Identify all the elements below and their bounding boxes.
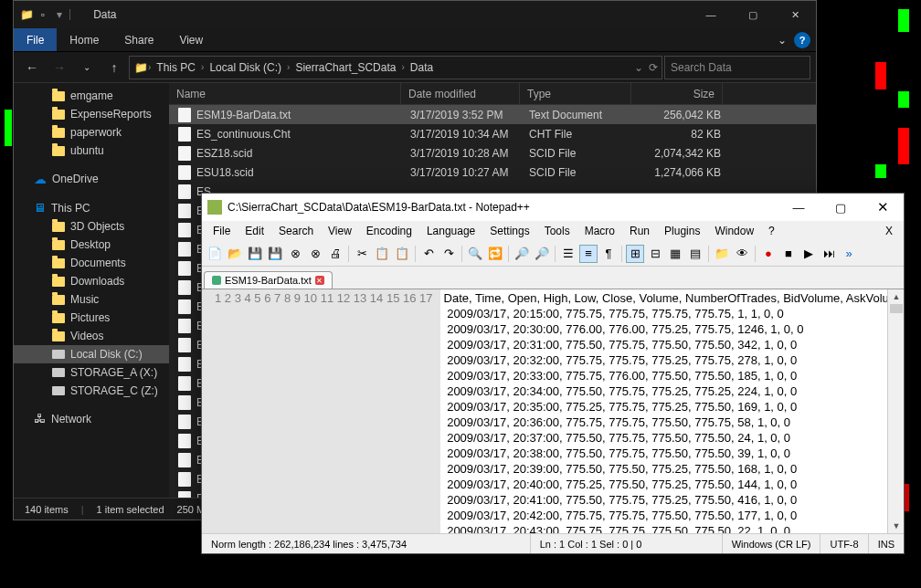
scroll-down-arrow[interactable]: ▼ <box>888 519 904 533</box>
breadcrumb[interactable]: This PC <box>151 61 201 74</box>
ribbon-home[interactable]: Home <box>57 34 111 47</box>
tree-network[interactable]: 🖧Network <box>14 409 169 428</box>
maximize-button[interactable]: ▢ <box>820 194 862 221</box>
zoom-out-icon[interactable]: 🔎 <box>533 245 551 263</box>
ribbon-file[interactable]: File <box>14 28 57 51</box>
tree-item[interactable]: 3D Objects <box>14 217 169 236</box>
tree-item[interactable]: ExpenseReports <box>14 105 169 123</box>
npp-menu-close-x[interactable]: X <box>878 223 900 239</box>
tree-item[interactable]: STORAGE_C (Z:) <box>14 382 169 400</box>
tree-item[interactable]: Videos <box>14 327 169 345</box>
menu-window[interactable]: Window <box>707 223 761 239</box>
tree-item[interactable]: STORAGE_A (X:) <box>14 363 169 382</box>
col-type[interactable]: Type <box>520 83 631 104</box>
file-row[interactable]: ESU18.scid 3/17/2019 10:27 AMSCID File1,… <box>169 163 816 182</box>
tree-item[interactable]: Local Disk (C:) <box>14 345 169 363</box>
npp-titlebar[interactable]: C:\SierraChart_SCData\Data\ESM19-BarData… <box>202 194 904 221</box>
tree-item[interactable]: Pictures <box>14 309 169 327</box>
menu-run[interactable]: Run <box>622 223 657 239</box>
menu-encoding[interactable]: Encoding <box>359 223 419 239</box>
scroll-up-arrow[interactable]: ▲ <box>888 289 904 304</box>
new-file-icon[interactable]: 📄 <box>206 245 224 263</box>
menu-edit[interactable]: Edit <box>238 223 271 239</box>
find-icon[interactable]: 🔍 <box>466 245 484 263</box>
close-file-icon[interactable]: ⊗ <box>286 245 304 263</box>
print-icon[interactable]: 🖨 <box>326 245 344 263</box>
minimize-button[interactable]: — <box>778 194 820 221</box>
minimize-button[interactable]: — <box>690 1 732 28</box>
tree-item[interactable]: Documents <box>14 254 169 272</box>
wrap-icon[interactable]: ≡ <box>579 245 598 263</box>
menu-tools[interactable]: Tools <box>537 223 577 239</box>
breadcrumb[interactable]: Local Disk (C:) <box>204 61 287 74</box>
tree-item[interactable]: Downloads <box>14 272 169 290</box>
show-chars-icon[interactable]: ¶ <box>599 245 618 263</box>
file-row[interactable]: ESZ18.scid 3/17/2019 10:28 AMSCID File2,… <box>169 143 816 163</box>
menu-?[interactable]: ? <box>761 223 782 239</box>
scrollbar-thumb[interactable] <box>890 304 903 313</box>
folder-margin-icon[interactable]: ⊟ <box>646 245 664 263</box>
col-name[interactable]: Name <box>169 83 401 104</box>
paste-icon[interactable]: 📋 <box>393 245 411 263</box>
col-date[interactable]: Date modified <box>401 83 520 104</box>
tree-item[interactable]: emgame <box>14 87 169 105</box>
col-size[interactable]: Size <box>631 83 723 104</box>
explorer-titlebar[interactable]: 📁 ▫ ▾ | Data — ▢ ✕ <box>14 1 816 28</box>
file-row[interactable]: ES_continuous.Cht 3/17/2019 10:34 AMCHT … <box>169 124 816 143</box>
menu-language[interactable]: Language <box>419 223 482 239</box>
menu-macro[interactable]: Macro <box>577 223 622 239</box>
maximize-button[interactable]: ▢ <box>732 1 774 28</box>
monitor-icon[interactable]: 👁 <box>733 245 751 263</box>
save-icon[interactable]: 💾 <box>246 245 264 263</box>
menu-plugins[interactable]: Plugins <box>657 223 707 239</box>
editor-area[interactable]: 1 2 3 4 5 6 7 8 9 10 11 12 13 14 15 16 1… <box>202 289 904 533</box>
ribbon-share[interactable]: Share <box>111 34 166 47</box>
tab-close-icon[interactable]: ✕ <box>315 276 324 285</box>
indent-guide-icon[interactable]: ⊞ <box>626 245 644 263</box>
qat-icon[interactable]: ▫ <box>36 7 50 22</box>
search-input[interactable]: Search Data <box>664 56 810 79</box>
nav-up[interactable]: ↑ <box>101 55 127 80</box>
nav-recent-dropdown[interactable]: ⌄ <box>74 55 100 80</box>
menu-settings[interactable]: Settings <box>482 223 536 239</box>
zoom-in-icon[interactable]: 🔎 <box>513 245 531 263</box>
address-bar[interactable]: 📁 › This PC› Local Disk (C:)› SierraChar… <box>129 56 662 79</box>
ribbon-expand-icon[interactable]: ⌄ <box>778 34 787 47</box>
tree-item[interactable]: paperwork <box>14 123 169 142</box>
text-content[interactable]: Date, Time, Open, High, Low, Close, Volu… <box>440 289 904 533</box>
replace-icon[interactable]: 🔁 <box>486 245 504 263</box>
folder-panel-icon[interactable]: 📁 <box>713 245 731 263</box>
function-list-icon[interactable]: ▤ <box>686 245 704 263</box>
save-all-icon[interactable]: 💾 <box>266 245 284 263</box>
tree-onedrive[interactable]: ☁OneDrive <box>14 169 169 189</box>
qat-chevron[interactable]: ▾ <box>52 7 67 22</box>
help-button[interactable]: ? <box>794 32 810 48</box>
stop-macro-icon[interactable]: ■ <box>779 245 798 263</box>
menu-search[interactable]: Search <box>271 223 321 239</box>
record-macro-icon[interactable]: ● <box>759 245 778 263</box>
tree-item[interactable]: Desktop <box>14 236 169 254</box>
breadcrumb[interactable]: Data <box>405 61 439 74</box>
breadcrumb[interactable]: SierraChart_SCData <box>290 61 401 74</box>
close-all-icon[interactable]: ⊗ <box>306 245 324 263</box>
tree-thispc[interactable]: 🖥This PC <box>14 198 169 217</box>
close-button[interactable]: ✕ <box>862 194 904 221</box>
menu-file[interactable]: File <box>206 223 238 239</box>
sync-scroll-icon[interactable]: ☰ <box>559 245 577 263</box>
undo-icon[interactable]: ↶ <box>419 245 438 263</box>
toolbar-overflow-icon[interactable]: » <box>840 245 858 263</box>
open-file-icon[interactable]: 📂 <box>226 245 244 263</box>
cut-icon[interactable]: ✂ <box>353 245 371 263</box>
redo-icon[interactable]: ↷ <box>439 245 458 263</box>
tree-item[interactable]: Music <box>14 290 169 309</box>
close-button[interactable]: ✕ <box>774 1 816 28</box>
ribbon-view[interactable]: View <box>166 34 216 47</box>
file-row[interactable]: ESM19-BarData.txt 3/17/2019 3:52 PMText … <box>169 105 816 124</box>
vertical-scrollbar[interactable]: ▲ ▼ <box>887 289 904 533</box>
doc-map-icon[interactable]: ▦ <box>666 245 684 263</box>
nav-back[interactable]: ← <box>19 55 45 80</box>
run-macro-multi-icon[interactable]: ⏭ <box>820 245 838 263</box>
play-macro-icon[interactable]: ▶ <box>799 245 818 263</box>
address-dropdown-icon[interactable]: ⌄ <box>634 61 643 74</box>
tree-item[interactable]: ubuntu <box>14 142 169 160</box>
